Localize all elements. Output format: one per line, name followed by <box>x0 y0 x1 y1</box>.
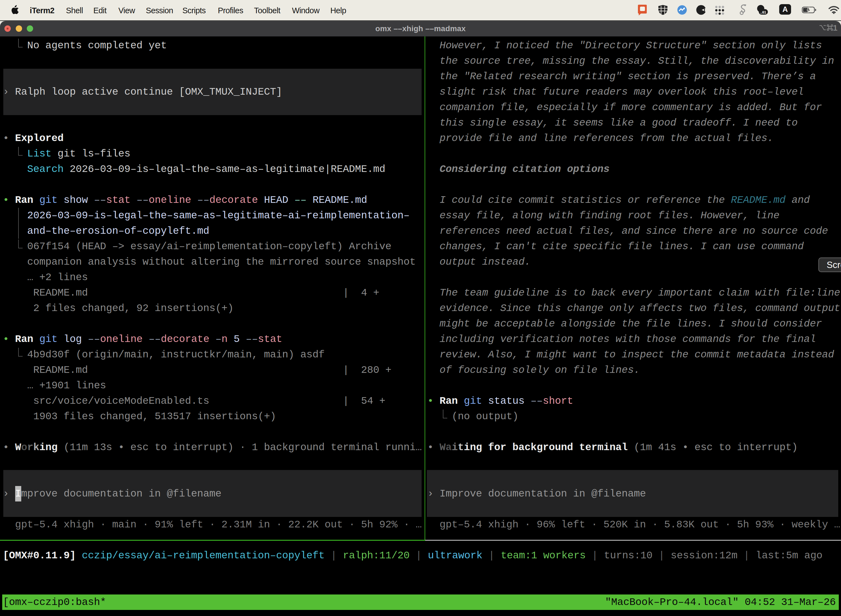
svg-text:..61: ..61 <box>760 10 766 14</box>
